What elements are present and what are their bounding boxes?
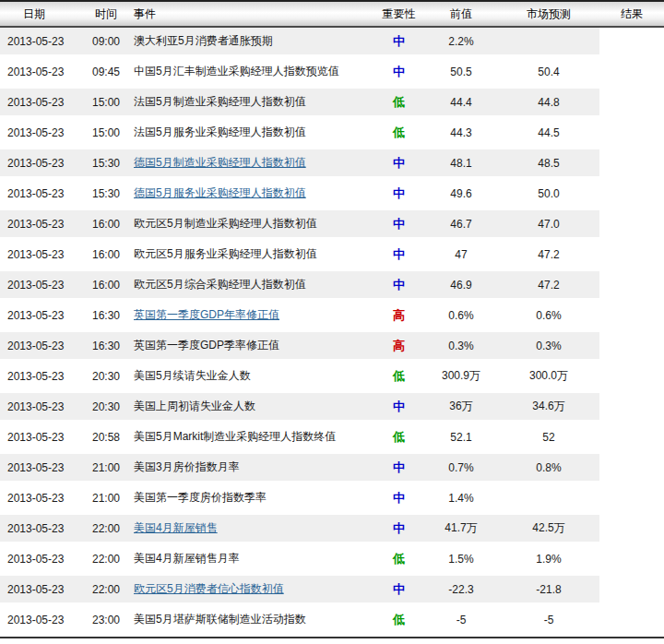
date-cell: 2013-05-23	[0, 515, 88, 545]
result-value-cell	[599, 89, 664, 119]
previous-value-cell: 44.4	[424, 89, 498, 119]
time-cell: 20:58	[88, 423, 125, 454]
importance-badge: 低	[393, 95, 405, 109]
event-text: 欧元区5月综合采购经理人指数初值	[134, 278, 306, 291]
forecast-value-cell: 44.5	[498, 119, 599, 149]
importance-cell: 中	[374, 454, 424, 484]
event-link[interactable]: 英国第一季度GDP年率修正值	[134, 308, 279, 321]
importance-badge: 高	[393, 308, 405, 322]
event-link[interactable]: 德国5月制造业采购经理人指数初值	[134, 156, 306, 169]
importance-cell: 高	[374, 302, 424, 332]
date-cell: 2013-05-23	[0, 210, 88, 241]
forecast-value-cell: -21.8	[498, 576, 599, 606]
table-row: 2013-05-23 15:00 法国5月制造业采购经理人指数初值 低 44.4…	[0, 89, 664, 119]
table-header: 日期 时间 事件 重要性 前值 市场预测 结果	[0, 2, 664, 28]
previous-value-cell: 46.9	[424, 271, 498, 302]
result-value-cell	[599, 393, 664, 423]
date-cell: 2013-05-23	[0, 58, 88, 89]
date-cell: 2013-05-23	[0, 28, 88, 58]
date-cell: 2013-05-23	[0, 271, 88, 302]
previous-value-cell: 36万	[424, 393, 498, 423]
event-cell: 德国5月服务业采购经理人指数初值	[125, 180, 374, 210]
result-value-cell	[599, 302, 664, 332]
forecast-value-cell: 47.2	[498, 241, 599, 271]
table-row: 2013-05-23 22:00 美国4月新屋销售月率 低 1.5% 1.9%	[0, 545, 664, 576]
event-text: 欧元区5月制造业采购经理人指数初值	[134, 217, 317, 230]
forecast-value-cell: 0.6%	[498, 302, 599, 332]
table-row: 2013-05-23 09:00 澳大利亚5月消费者通胀预期 中 2.2%	[0, 28, 664, 58]
time-cell: 23:00	[88, 606, 125, 637]
previous-value-cell: 0.7%	[424, 454, 498, 484]
importance-badge: 中	[393, 65, 405, 78]
previous-value-cell: 50.5	[424, 58, 498, 89]
time-cell: 15:00	[88, 89, 125, 119]
event-link[interactable]: 美国4月新屋销售	[134, 521, 218, 534]
previous-value-cell: 1.5%	[424, 545, 498, 576]
event-cell: 美国5月堪萨斯联储制造业活动指数	[125, 606, 374, 637]
forecast-value-cell: 52	[498, 423, 599, 454]
date-cell: 2013-05-23	[0, 149, 88, 180]
importance-badge: 低	[393, 552, 405, 566]
event-cell: 美国5月Markit制造业采购经理人指数终值	[125, 423, 374, 454]
event-link[interactable]: 欧元区5月消费者信心指数初值	[134, 582, 284, 595]
result-value-cell	[599, 271, 664, 302]
result-value-cell	[599, 149, 664, 180]
table-row: 2013-05-23 20:30 美国上周初请失业金人数 中 36万 34.6万	[0, 393, 664, 423]
event-text: 美国5月堪萨斯联储制造业活动指数	[134, 613, 306, 626]
date-cell: 2013-05-23	[0, 576, 88, 606]
result-value-cell	[599, 180, 664, 210]
previous-value-cell: 41.7万	[424, 515, 498, 545]
time-cell: 15:30	[88, 180, 125, 210]
event-cell: 美国第一季度房价指数季率	[125, 484, 374, 515]
forecast-value-cell: 34.6万	[498, 393, 599, 423]
importance-cell: 中	[374, 28, 424, 58]
importance-cell: 中	[374, 180, 424, 210]
event-cell: 美国4月新屋销售	[125, 515, 374, 545]
result-value-cell	[599, 119, 664, 149]
event-text: 美国5月续请失业金人数	[134, 369, 251, 382]
column-header-result: 结果	[599, 2, 664, 28]
event-text: 美国5月Markit制造业采购经理人指数终值	[134, 430, 336, 443]
forecast-value-cell	[498, 484, 599, 515]
event-cell: 英国第一季度GDP年率修正值	[125, 302, 374, 332]
importance-cell: 低	[374, 119, 424, 149]
event-text: 美国3月房价指数月率	[134, 460, 240, 473]
event-cell: 法国5月服务业采购经理人指数初值	[125, 119, 374, 149]
date-cell: 2013-05-23	[0, 606, 88, 637]
previous-value-cell: 47	[424, 241, 498, 271]
event-cell: 欧元区5月综合采购经理人指数初值	[125, 271, 374, 302]
time-cell: 22:00	[88, 515, 125, 545]
event-link[interactable]: 德国5月服务业采购经理人指数初值	[134, 186, 306, 199]
table-row: 2013-05-23 16:30 英国第一季度GDP季率修正值 高 0.3% 0…	[0, 332, 664, 363]
importance-cell: 低	[374, 89, 424, 119]
table-header-row: 日期 时间 事件 重要性 前值 市场预测 结果	[0, 2, 664, 28]
result-value-cell	[599, 576, 664, 606]
event-cell: 中国5月汇丰制造业采购经理人指数预览值	[125, 58, 374, 89]
importance-cell: 高	[374, 332, 424, 363]
importance-badge: 低	[393, 125, 405, 139]
importance-cell: 中	[374, 515, 424, 545]
column-header-event: 事件	[125, 2, 374, 28]
date-cell: 2013-05-23	[0, 454, 88, 484]
column-header-time: 时间	[88, 2, 125, 28]
importance-badge: 中	[393, 186, 405, 200]
forecast-value-cell: 47.2	[498, 271, 599, 302]
date-cell: 2013-05-23	[0, 241, 88, 271]
time-cell: 21:00	[88, 484, 125, 515]
previous-value-cell: 49.6	[424, 180, 498, 210]
importance-badge: 中	[393, 156, 405, 170]
time-cell: 22:00	[88, 545, 125, 576]
forecast-value-cell: 42.5万	[498, 515, 599, 545]
importance-badge: 中	[393, 521, 405, 535]
importance-badge: 低	[393, 613, 405, 626]
event-cell: 美国上周初请失业金人数	[125, 393, 374, 423]
event-cell: 澳大利亚5月消费者通胀预期	[125, 28, 374, 58]
forecast-value-cell: 50.0	[498, 180, 599, 210]
event-text: 欧元区5月服务业采购经理人指数初值	[134, 247, 317, 260]
result-value-cell	[599, 363, 664, 393]
result-value-cell	[599, 58, 664, 89]
importance-badge: 高	[393, 339, 405, 352]
importance-badge: 中	[393, 247, 405, 261]
date-cell: 2013-05-23	[0, 119, 88, 149]
importance-cell: 中	[374, 484, 424, 515]
